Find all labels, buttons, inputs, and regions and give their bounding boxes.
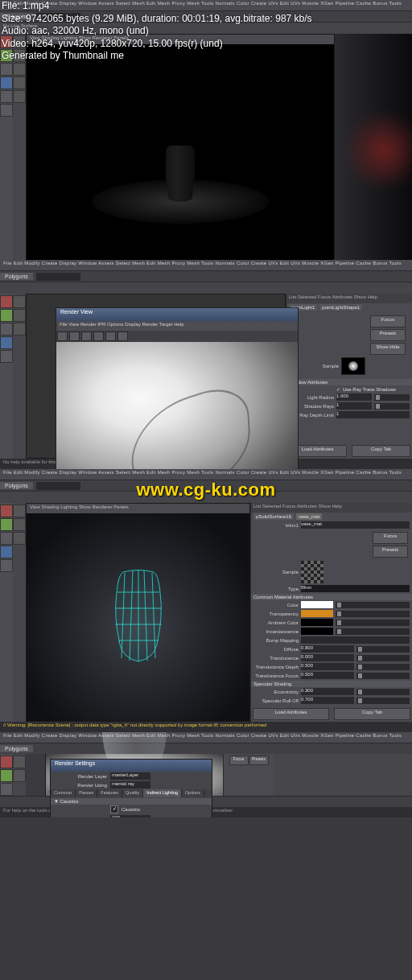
rotate-tool[interactable]: [0, 783, 13, 796]
presets-button[interactable]: Presets: [370, 329, 406, 341]
remove-image-button[interactable]: [117, 331, 128, 341]
spec-roll-field[interactable]: 0.700: [301, 697, 354, 704]
keep-image-button[interactable]: [105, 331, 116, 341]
render-view-menu[interactable]: File View Render IPR Options Display Ren…: [56, 321, 298, 331]
scale-tool[interactable]: [0, 90, 13, 103]
tab-quality[interactable]: Quality: [122, 789, 143, 797]
ae-tabs[interactable]: List Selected Focus Attributes Show Help: [286, 294, 412, 303]
incand-swatch[interactable]: [301, 628, 333, 635]
workspace-selector[interactable]: Polygons: [0, 273, 33, 280]
diffuse-field[interactable]: 0.800: [301, 645, 354, 653]
focus-button[interactable]: Focus: [229, 756, 249, 765]
bump-field[interactable]: [301, 636, 410, 644]
incand-slider[interactable]: [336, 628, 410, 635]
rotate-tool[interactable]: [0, 546, 13, 558]
tab-common[interactable]: Common: [51, 789, 76, 797]
spec-roll-slider[interactable]: [356, 698, 410, 704]
shelf-item[interactable]: [13, 532, 26, 545]
presets-button[interactable]: Presets: [249, 756, 269, 765]
snapshot-button[interactable]: [93, 331, 104, 341]
rotate-tool[interactable]: [0, 336, 13, 349]
ecc-field[interactable]: 0.300: [301, 688, 354, 695]
move-tool[interactable]: [0, 532, 13, 545]
transl-depth-slider[interactable]: [356, 664, 410, 670]
ecc-slider[interactable]: [356, 689, 410, 695]
ae-tabs[interactable]: List Selected Focus Attributes Show Help: [251, 503, 412, 513]
node-tab[interactable]: vase_mat: [296, 513, 322, 520]
caustics-checkbox[interactable]: ✓: [110, 805, 118, 813]
region-button[interactable]: [81, 331, 92, 341]
move-tool[interactable]: [0, 63, 13, 76]
accuracy-field[interactable]: 100: [110, 815, 150, 817]
ipr-button[interactable]: [69, 331, 80, 341]
focus-button[interactable]: Focus: [370, 315, 406, 327]
section-caustics[interactable]: ▼ Caustics: [51, 798, 212, 805]
shelf-item[interactable]: [13, 769, 26, 782]
main-menu-bar[interactable]: File Edit Modify Create Display Window A…: [0, 732, 412, 743]
last-tool[interactable]: [0, 104, 13, 117]
lasso-tool[interactable]: [0, 309, 13, 322]
shadow-rays-slider[interactable]: [374, 403, 410, 410]
transl-slider[interactable]: [356, 655, 410, 661]
shelf-item[interactable]: [13, 323, 26, 336]
transl-focus-slider[interactable]: [356, 673, 410, 679]
workspace-selector[interactable]: Polygons: [0, 482, 33, 489]
tab-passes[interactable]: Passes: [76, 789, 97, 797]
section-shadow-attributes[interactable]: Shadow Attributes: [286, 379, 412, 385]
workspace-selector[interactable]: Polygons: [0, 745, 33, 752]
select-tool[interactable]: [0, 504, 13, 517]
material-name-field[interactable]: vase_mat: [301, 521, 410, 529]
main-menu-bar[interactable]: File Edit Modify Create Display Window A…: [0, 469, 412, 480]
viewport[interactable]: View Shading Lighting Show Renderer Pane…: [26, 34, 335, 260]
render-view-window[interactable]: Render View File View Render IPR Options…: [56, 307, 299, 469]
focus-button[interactable]: Focus: [373, 532, 408, 544]
color-swatch[interactable]: [301, 601, 333, 608]
raytrace-shadows-checkbox[interactable]: ✓: [336, 386, 340, 392]
transl-field[interactable]: 0.000: [301, 654, 354, 661]
shelf-item[interactable]: [13, 504, 26, 517]
transparency-swatch[interactable]: [301, 610, 333, 617]
tab-options[interactable]: Options: [182, 789, 204, 797]
shelf-item[interactable]: [13, 63, 26, 76]
shelf-item[interactable]: [13, 90, 26, 103]
viewport[interactable]: Render View File View Render IPR Options…: [26, 294, 286, 459]
node-tab[interactable]: pointLightShape1: [319, 304, 362, 311]
shelf-item[interactable]: [13, 518, 26, 531]
select-tool[interactable]: [0, 295, 13, 308]
ambient-swatch[interactable]: [301, 619, 333, 626]
viewport[interactable]: View Shading Lighting Show Renderer Pane…: [26, 503, 250, 722]
color-slider[interactable]: [336, 602, 410, 608]
light-radius-field[interactable]: 1.000: [336, 393, 372, 401]
status-line[interactable]: Polygons: [0, 270, 412, 282]
scale-tool[interactable]: [0, 350, 13, 363]
layout-dropdown[interactable]: [36, 273, 80, 281]
select-tool[interactable]: [0, 756, 13, 768]
render-view-titlebar[interactable]: Render View: [56, 308, 298, 321]
layout-dropdown[interactable]: [36, 482, 80, 490]
move-tool[interactable]: [0, 769, 13, 782]
shadow-rays-field[interactable]: 1: [336, 402, 372, 410]
section-specular-shading[interactable]: Specular Shading: [251, 681, 412, 687]
load-attributes-button[interactable]: Load Attributes: [253, 708, 329, 720]
show-hide-button[interactable]: Show Hide: [370, 343, 406, 355]
shelf-item[interactable]: [13, 76, 26, 89]
presets-button[interactable]: Presets: [373, 546, 408, 558]
tab-features[interactable]: Features: [97, 789, 122, 797]
section-common-material[interactable]: Common Material Attributes: [251, 594, 412, 600]
diffuse-slider[interactable]: [356, 646, 410, 653]
transl-depth-field[interactable]: 0.500: [301, 663, 354, 670]
shelf-item[interactable]: [13, 295, 26, 308]
tab-indirect-lighting[interactable]: Indirect Lighting: [143, 789, 182, 797]
copy-tab-button[interactable]: Copy Tab: [334, 708, 410, 720]
render-settings-titlebar[interactable]: Render Settings: [51, 760, 212, 772]
shelf-item[interactable]: [13, 309, 26, 322]
move-tool[interactable]: [0, 323, 13, 336]
lasso-tool[interactable]: [0, 518, 13, 531]
render-using-dropdown[interactable]: mental ray: [110, 781, 150, 789]
render-layer-dropdown[interactable]: masterLayer: [110, 772, 150, 780]
render-button[interactable]: [57, 331, 68, 341]
light-radius-slider[interactable]: [374, 394, 410, 401]
shelf-item[interactable]: [13, 756, 26, 768]
ray-depth-field[interactable]: 1: [336, 411, 410, 418]
ambient-slider[interactable]: [336, 620, 410, 626]
